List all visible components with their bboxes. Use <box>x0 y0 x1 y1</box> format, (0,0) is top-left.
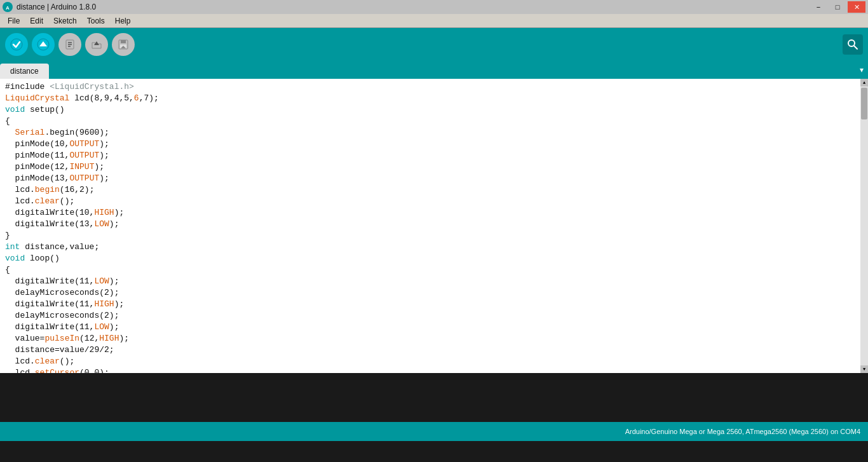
verify-button[interactable] <box>5 33 28 56</box>
code-line-18: digitalWrite(11,LOW); <box>5 276 855 287</box>
code-line-2: LiquidCrystal lcd(8,9,4,5,6,7); <box>5 93 855 104</box>
statusbar: Arduino/Genuino Mega or Mega 2560, ATmeg… <box>0 422 868 441</box>
toolbar <box>0 28 868 61</box>
menu-help[interactable]: Help <box>110 15 136 27</box>
search-button[interactable] <box>843 34 863 55</box>
code-line-15: int distance,value; <box>5 241 855 253</box>
tab-label: distance <box>10 67 39 76</box>
close-button[interactable]: ✕ <box>848 1 865 13</box>
code-line-14: } <box>5 230 855 241</box>
code-line-1: #include <LiquidCrystal.h> <box>5 81 855 93</box>
code-line-8: pinMode(12,INPUT); <box>5 161 855 173</box>
scroll-thumb[interactable] <box>861 88 867 119</box>
code-line-20: digitalWrite(11,HIGH); <box>5 299 855 310</box>
svg-rect-11 <box>121 40 126 43</box>
menu-tools[interactable]: Tools <box>82 15 110 27</box>
titlebar: A distance | Arduino 1.8.0 − □ ✕ <box>0 0 868 14</box>
save-button[interactable] <box>112 33 135 56</box>
code-line-25: lcd.clear(); <box>5 356 855 367</box>
tab-dropdown-button[interactable]: ▾ <box>855 61 868 79</box>
menubar: File Edit Sketch Tools Help <box>0 14 868 28</box>
menu-edit[interactable]: Edit <box>25 15 48 27</box>
code-line-3: void setup() <box>5 104 855 116</box>
open-button[interactable] <box>85 33 108 56</box>
code-line-9: pinMode(13,OUTPUT); <box>5 173 855 184</box>
scroll-down-button[interactable]: ▼ <box>860 365 868 373</box>
titlebar-left: A distance | Arduino 1.8.0 <box>3 2 96 12</box>
scroll-up-button[interactable]: ▲ <box>860 79 868 86</box>
tabbar: distance ▾ <box>0 61 868 79</box>
code-line-24: distance=value/29/2; <box>5 344 855 356</box>
code-line-6: pinMode(10,OUTPUT); <box>5 139 855 150</box>
arduino-logo: A <box>3 2 13 12</box>
vertical-scrollbar[interactable]: ▲ ▼ <box>860 79 868 373</box>
upload-button[interactable] <box>32 33 55 56</box>
code-line-21: delayMicroseconds(2); <box>5 310 855 322</box>
code-line-13: digitalWrite(13,LOW); <box>5 219 855 230</box>
new-button[interactable] <box>58 33 81 56</box>
code-line-5: Serial.begin(9600); <box>5 127 855 139</box>
svg-point-2 <box>11 39 22 50</box>
code-line-16: void loop() <box>5 253 855 264</box>
window-controls: − □ ✕ <box>810 1 865 13</box>
board-status: Arduino/Genuino Mega or Mega 2560, ATmeg… <box>625 428 860 435</box>
code-line-22: digitalWrite(11,LOW); <box>5 322 855 333</box>
code-line-10: lcd.begin(16,2); <box>5 184 855 196</box>
svg-text:A: A <box>6 5 10 11</box>
code-line-4: { <box>5 116 855 127</box>
code-line-11: lcd.clear(); <box>5 196 855 207</box>
window-title: distance | Arduino 1.8.0 <box>17 3 96 11</box>
menu-file[interactable]: File <box>3 15 25 27</box>
code-line-19: delayMicroseconds(2); <box>5 287 855 299</box>
code-line-17: { <box>5 264 855 276</box>
scroll-track <box>860 86 868 365</box>
menu-sketch[interactable]: Sketch <box>48 15 82 27</box>
tab-distance[interactable]: distance <box>0 64 49 79</box>
svg-line-15 <box>854 46 857 49</box>
code-line-12: digitalWrite(10,HIGH); <box>5 207 855 219</box>
code-line-23: value=pulseIn(12,HIGH); <box>5 333 855 344</box>
minimize-button[interactable]: − <box>810 1 827 13</box>
code-line-7: pinMode(11,OUTPUT); <box>5 150 855 161</box>
code-editor[interactable]: #include <LiquidCrystal.h> LiquidCrystal… <box>0 79 860 373</box>
editor-area: #include <LiquidCrystal.h> LiquidCrystal… <box>0 79 868 373</box>
maximize-button[interactable]: □ <box>829 1 846 13</box>
code-line-26: lcd.setCursor(0,0); <box>5 367 855 373</box>
console-area <box>0 373 868 422</box>
